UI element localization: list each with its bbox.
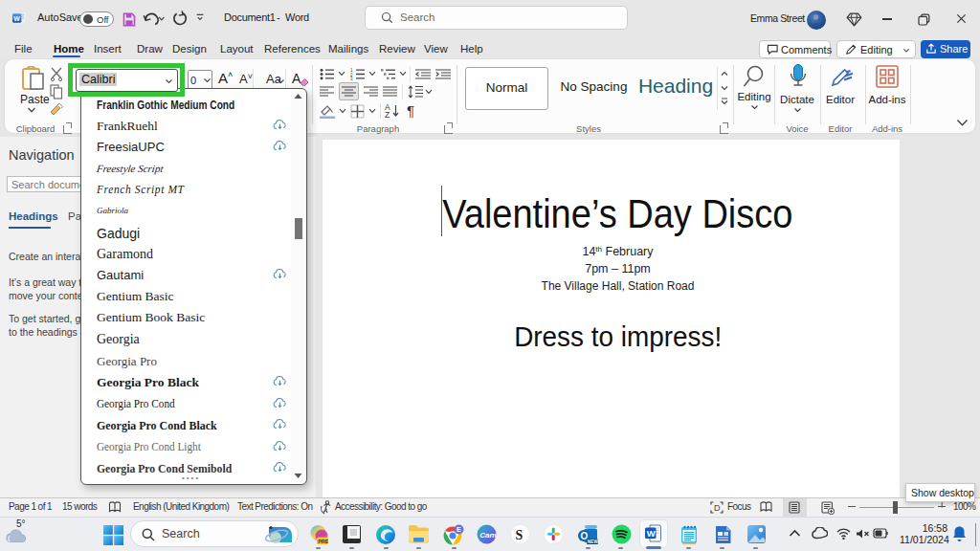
- svg-text:Canva: Canva: [479, 531, 497, 540]
- svg-text:NEW: NEW: [588, 540, 599, 544]
- svg-text:W: W: [13, 15, 20, 22]
- svg-text:PRE: PRE: [318, 539, 328, 544]
- svg-text:S: S: [516, 528, 523, 542]
- svg-text:E: E: [457, 525, 461, 534]
- svg-text:W: W: [647, 528, 656, 539]
- svg-text:3: 3: [350, 77, 353, 80]
- svg-text:D: D: [714, 503, 721, 513]
